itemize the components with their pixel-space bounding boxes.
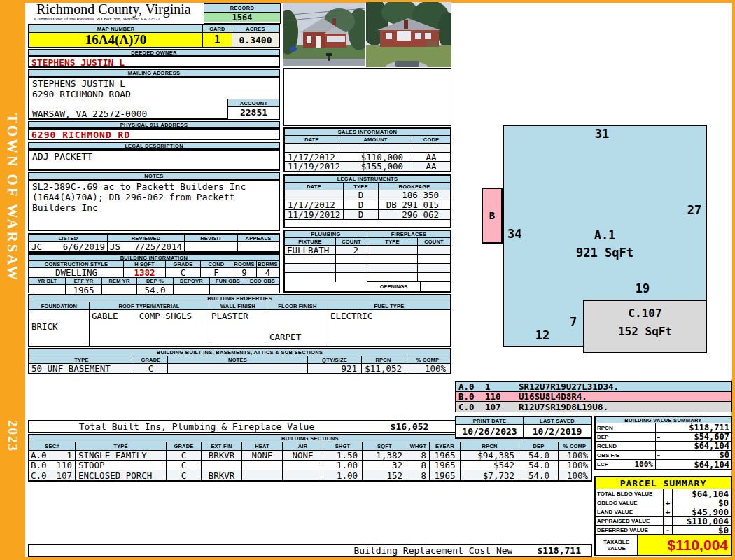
print-date-value: 10/26/2023 [456,425,523,438]
funobs-value [210,285,246,295]
fireplace-count-header: COUNT [418,238,450,245]
map-number-value: 16A4(A)70 [29,33,203,47]
sale-date: 1/17/2012 [285,153,340,161]
account-label: ACCOUNT [228,99,279,107]
county-title: Richmond County, Virginia [36,1,211,17]
fixture-count-header: COUNT [336,238,367,245]
parcel-op: + [664,498,673,507]
section-comp: 100% [559,470,591,480]
property-photo-1[interactable] [284,3,365,66]
plumbing-fireplaces-table: PLUMBING FIXTURE COUNT FULLBATH 2 FIREPL… [284,230,451,293]
instrument-row: 1/17/2012 D DB 291 015 [285,200,450,210]
parcel-value: $0 [673,498,731,507]
legal-description-box: ADJ PACKETT [28,149,280,171]
taxable-value: $110,004 [638,535,731,555]
parcel-row: DEFERRED VALUE - $0 [596,526,731,535]
parcel-value: $64,104 [673,489,731,498]
section-air: NONE [283,451,323,460]
notes-line-1: SL2-389C-.69 ac to Packett Builders Inc [32,181,246,192]
sketch-code-row-b: B.0 110 U16SU8L4D8R4. [456,392,732,402]
section-grade: C [167,461,202,470]
parcel-label: DEFERRED VALUE [596,526,664,534]
instrument-row: 11/19/2012 D 296 062 [285,210,450,220]
openings-label: OPENINGS [368,282,421,291]
fireplaces-title: FIREPLACES [368,231,450,238]
bvs-op: - [656,451,663,459]
section-rpcn: $94,385 [461,451,519,460]
replacement-cost-box: Building Replacement Cost New $118,711 [28,544,592,557]
built-ins-total-value: $16,052 [364,421,455,432]
builtin-qty-header: QTY/SIZE [308,356,362,363]
builtin-comp: 100% [405,364,450,373]
legal-description-label: LEGAL DESCRIPTION [28,142,280,149]
record-value: 1564 [204,13,280,22]
builtin-type: 50 UNF BASEMENT [29,364,134,373]
last-saved-label: LAST SAVED [524,417,591,425]
parcel-label: LAND VALUE [596,507,664,516]
parcel-row: LAND VALUE + $45,900 [596,507,731,517]
reviewed-date: 7/25/2014 [134,242,182,251]
mailing-address-label: MAILING ADDRESS [28,69,280,76]
rpcn-col-header: RPCN [461,442,519,450]
built-ins-total-label: Total Built Ins, Plumbing & Fireplace Va… [29,421,364,432]
photo-placeholder [284,68,451,126]
section-type: STOOP [76,461,167,470]
hsqft-header: H SQFT [124,261,166,267]
section-grade: C [167,470,202,480]
section-heat [242,470,283,480]
sketch-c-area: 152 SqFt [584,323,706,341]
dates-table: PRINT DATE 10/26/2023 LAST SAVED 10/2/20… [455,416,592,439]
parcel-row: APPRAISED VALUE $110,004 [596,517,731,526]
instr-book-header: BOOKPAGE [379,183,450,190]
bvs-lcf-pct: 100% [635,460,654,469]
bvs-value: $118,711 [663,424,731,432]
parcel-op: + [664,507,673,516]
sale-code: AA [412,153,450,161]
bvs-row: OBS F/E - $0 [596,451,731,460]
yrblt-header: YR BLT [29,278,66,284]
instr-date [285,190,344,200]
parcel-sketch: B C.107 152 SqFt 31 27 34 A.1 921 SqFt 1… [455,3,732,379]
builtin-type-header: TYPE [29,356,134,363]
depovr-header: DEPOVR [174,278,210,284]
section-num: 110 [56,461,72,470]
section-extfin: BRKVR [202,451,242,460]
sales-information-table: SALES INFORMATION DATE AMOUNT CODE 1/17/… [284,127,451,172]
bvs-row: DEP - $54,607 [596,433,731,442]
section-heat [242,461,283,470]
section-heat: NONE [242,451,283,460]
remyr-header: REM YR [102,278,137,284]
fixture-value [285,264,336,272]
bvs-value: $64,104 [663,442,731,450]
grade-header: GRADE [166,261,201,267]
bvs-label: LCF [597,461,608,468]
sketch-dim-left: 34 [505,227,536,241]
fixture-value: FULLBATH [285,246,336,254]
property-photo-2[interactable] [366,2,451,67]
deeded-owner-value: STEPHENS JUSTIN L [31,57,125,68]
depovr-value [174,285,210,295]
floor-finish-header: FLOOR FINISH [267,302,328,309]
section-air [283,461,323,470]
sketch-codes-table: A.0 1 SR12U7R19U27L31D34. B.0 110 U16SU8… [455,382,732,412]
section-dep: 54.0 [519,461,559,470]
funobs-header: FUN OBS [210,278,246,284]
extfin-header: EXT FIN [202,442,242,450]
fixture-count-value [336,255,367,263]
code-sec: B.0 [456,392,485,401]
hsqft-value: 1382 [124,268,166,277]
builtin-grade-header: GRADE [134,356,168,363]
section-air [283,470,323,480]
built-ins-row: 50 UNF BASEMENT C 921 $11,052 100% [29,364,450,373]
bvs-label: RCLND [596,442,656,450]
code-num: 1 [485,382,519,391]
dep-col-header: DEP [519,442,559,450]
section-sec: C.0 [31,470,47,480]
sketch-code-row-c: C.0 107 R12U7SR19D8L19U8. [456,402,732,412]
type-header: TYPE [76,442,167,450]
section-comp: 100% [559,451,591,460]
review-table: LISTED REVIEWED REVISIT APPEALS JC 6/6/2… [28,233,280,253]
sketch-a-label: A.1 [549,228,661,242]
section-row-a: A.0 1 SINGLE FAMILY C BRKVR NONE NONE 1.… [29,451,591,461]
mailing-line-3: WARSAW, VA 22572-0000 [32,108,147,119]
